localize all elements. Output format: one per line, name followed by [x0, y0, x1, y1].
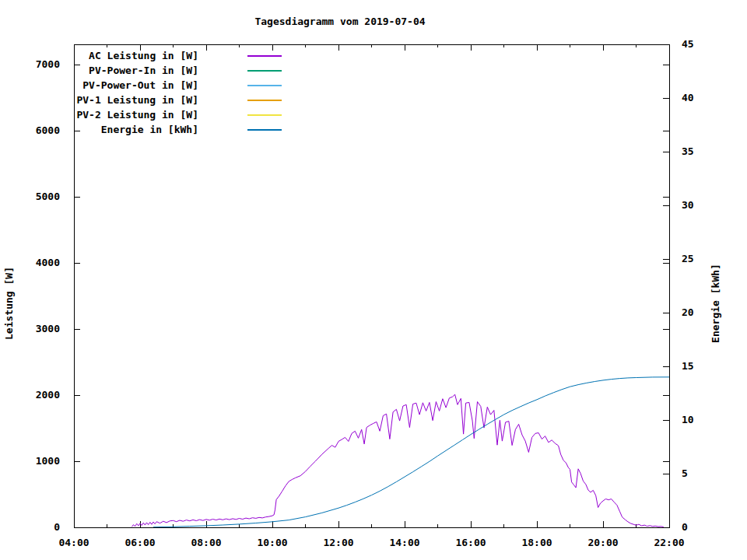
x-tick-label: 18:00 [521, 537, 552, 548]
axis-tick-labels: 04:0006:0008:0010:0012:0014:0016:0018:00… [36, 38, 694, 548]
y-left-tick-label: 1000 [36, 455, 60, 467]
y-right-axis-label: Energie [kWh] [710, 264, 721, 343]
y-right-tick-label: 20 [682, 306, 694, 318]
y-right-tick-label: 35 [682, 145, 694, 157]
x-tick-label: 14:00 [389, 537, 419, 548]
x-tick-label: 16:00 [455, 537, 486, 548]
y-left-tick-label: 3000 [36, 323, 60, 334]
x-tick-label: 04:00 [58, 537, 89, 548]
series-lines [132, 377, 669, 527]
y-right-tick-label: 5 [682, 467, 688, 479]
x-tick-label: 20:00 [587, 537, 618, 548]
y-right-tick-label: 25 [682, 253, 694, 264]
y-right-tick-label: 45 [682, 38, 694, 50]
x-tick-label: 08:00 [191, 537, 221, 548]
chart-page: Tagesdiagramm vom 2019-07-04 Leistung [W… [0, 0, 747, 560]
y-right-tick-label: 0 [682, 521, 688, 533]
series-line-energie-in-kwh [153, 377, 669, 527]
y-left-tick-label: 7000 [36, 58, 60, 70]
series-line-ac-leistung-in-w [132, 394, 663, 527]
y-left-axis-label: Leistung [W] [3, 267, 15, 340]
y-left-tick-label: 0 [54, 521, 60, 533]
plot-border [74, 44, 669, 527]
y-left-tick-label: 6000 [36, 124, 60, 136]
x-tick-label: 12:00 [323, 537, 353, 548]
y-right-tick-label: 30 [682, 199, 694, 211]
y-left-tick-label: 4000 [36, 257, 60, 268]
axis-ticks [74, 44, 669, 527]
y-left-tick-label: 2000 [36, 389, 60, 401]
daily-diagram-chart: Tagesdiagramm vom 2019-07-04 Leistung [W… [0, 0, 747, 560]
y-right-tick-label: 10 [682, 414, 694, 425]
y-right-tick-label: 40 [682, 92, 694, 103]
chart-title: Tagesdiagramm vom 2019-07-04 [254, 16, 425, 27]
x-tick-label: 06:00 [124, 537, 155, 548]
x-tick-label: 22:00 [654, 537, 684, 548]
y-right-tick-label: 15 [682, 360, 694, 372]
y-left-tick-label: 5000 [36, 191, 60, 202]
x-tick-label: 10:00 [257, 537, 287, 548]
